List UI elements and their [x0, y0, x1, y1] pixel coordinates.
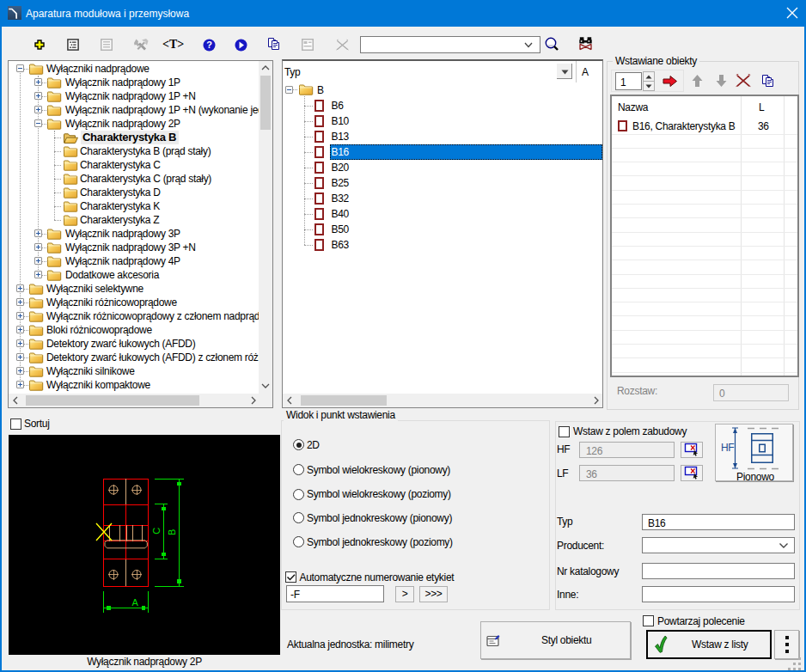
svg-text:B: B	[167, 529, 177, 535]
svg-text:C: C	[151, 528, 162, 535]
svg-text:A: A	[131, 597, 138, 608]
